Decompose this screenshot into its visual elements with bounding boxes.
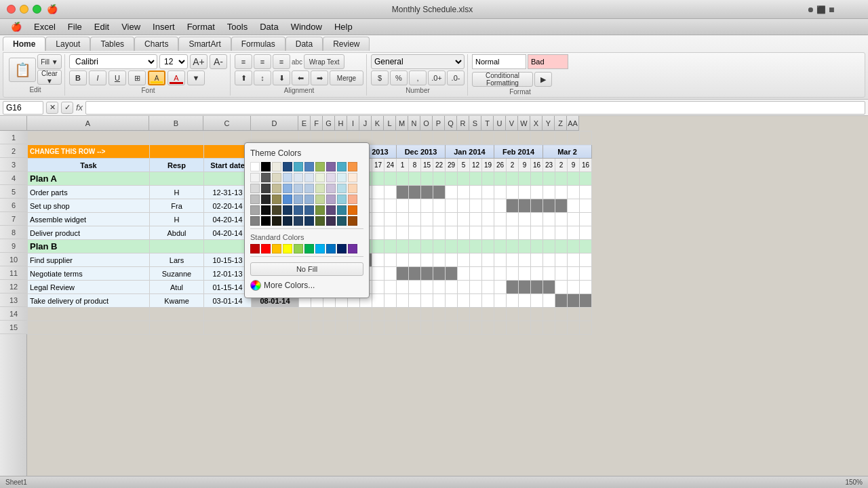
wrap-text-button[interactable]: Wrap Text xyxy=(304,54,344,69)
col-header-E[interactable]: E xyxy=(298,116,311,131)
cell[interactable] xyxy=(421,321,433,335)
color-swatch[interactable] xyxy=(283,195,292,204)
cell[interactable] xyxy=(543,267,555,281)
col-header-K[interactable]: K xyxy=(372,116,384,131)
cell[interactable] xyxy=(568,253,580,267)
cell[interactable] xyxy=(150,131,204,145)
cell[interactable] xyxy=(421,199,433,213)
cell[interactable] xyxy=(531,253,543,267)
cell[interactable] xyxy=(470,186,482,199)
cell[interactable] xyxy=(458,199,470,213)
cell[interactable] xyxy=(580,253,592,267)
cell[interactable]: Set up shop xyxy=(28,199,150,213)
color-swatch[interactable] xyxy=(304,216,314,226)
color-swatch[interactable] xyxy=(326,205,336,215)
color-swatch[interactable] xyxy=(348,216,357,226)
cell[interactable] xyxy=(507,226,519,240)
cell[interactable] xyxy=(519,226,531,240)
col-header-M[interactable]: M xyxy=(396,116,408,131)
cell[interactable] xyxy=(543,226,555,240)
menu-view[interactable]: View xyxy=(116,20,146,33)
font-grow-button[interactable]: A+ xyxy=(190,54,208,69)
color-swatch[interactable] xyxy=(326,216,336,226)
color-swatch[interactable] xyxy=(272,173,281,182)
cell[interactable] xyxy=(531,186,543,199)
cell[interactable] xyxy=(494,131,507,145)
cell[interactable] xyxy=(458,281,470,294)
cell[interactable]: Suzanne xyxy=(150,267,204,281)
cell[interactable] xyxy=(580,240,592,253)
col-header-P[interactable]: P xyxy=(433,116,445,131)
standard-color-swatch[interactable] xyxy=(337,244,347,253)
cell[interactable] xyxy=(458,294,470,308)
clear-button[interactable]: Clear ▼ xyxy=(37,70,62,85)
no-fill-button[interactable]: No Fill xyxy=(250,262,363,276)
color-swatch[interactable] xyxy=(272,184,281,193)
row-header-15[interactable]: 15 xyxy=(0,321,27,334)
cell[interactable] xyxy=(409,267,421,281)
color-swatch[interactable] xyxy=(315,205,325,215)
cell[interactable] xyxy=(446,267,458,281)
cell[interactable] xyxy=(458,172,470,186)
cell[interactable] xyxy=(421,281,433,294)
standard-color-swatch[interactable] xyxy=(315,244,325,253)
bad-style[interactable]: Bad xyxy=(528,54,568,69)
cell[interactable] xyxy=(372,131,384,145)
close-button[interactable] xyxy=(7,5,16,14)
cell[interactable] xyxy=(150,145,204,159)
row-header-11[interactable]: 11 xyxy=(0,266,27,280)
cell[interactable] xyxy=(555,226,568,240)
cell[interactable] xyxy=(458,226,470,240)
cell[interactable] xyxy=(531,172,543,186)
sheet-tab[interactable]: Sheet1 xyxy=(5,479,27,486)
cell[interactable] xyxy=(568,213,580,226)
cell[interactable] xyxy=(568,321,580,335)
cell[interactable] xyxy=(470,267,482,281)
cell[interactable] xyxy=(555,186,568,199)
cell[interactable]: 2 xyxy=(555,159,568,172)
cell[interactable] xyxy=(543,308,555,321)
color-swatch[interactable] xyxy=(250,184,260,193)
borders-button[interactable]: ⊞ xyxy=(128,70,146,85)
cell[interactable] xyxy=(446,226,458,240)
tab-tables[interactable]: Tables xyxy=(90,37,134,51)
menu-edit[interactable]: Edit xyxy=(89,20,115,33)
row-header-13[interactable]: 13 xyxy=(0,293,27,307)
cell[interactable]: 15 xyxy=(421,159,433,172)
cell[interactable] xyxy=(384,131,397,145)
cell[interactable] xyxy=(433,213,446,226)
cell[interactable] xyxy=(580,294,592,308)
cell[interactable] xyxy=(494,253,507,267)
col-header-B[interactable]: B xyxy=(149,116,203,131)
more-colors-row[interactable]: More Colors... xyxy=(250,279,363,292)
col-header-C[interactable]: C xyxy=(203,116,251,131)
cell[interactable] xyxy=(360,308,372,321)
cell[interactable] xyxy=(446,172,458,186)
cell[interactable] xyxy=(543,240,555,253)
cell[interactable] xyxy=(580,131,592,145)
comma-button[interactable]: , xyxy=(409,70,427,85)
color-swatch[interactable] xyxy=(294,195,303,204)
col-header-O[interactable]: O xyxy=(420,116,433,131)
cell[interactable]: Lars xyxy=(150,253,204,267)
cell[interactable]: 5 xyxy=(458,159,470,172)
cell[interactable] xyxy=(568,199,580,213)
cell[interactable] xyxy=(311,321,323,335)
cell[interactable] xyxy=(519,294,531,308)
col-header-Y[interactable]: Y xyxy=(542,116,555,131)
cell[interactable] xyxy=(409,199,421,213)
cell[interactable] xyxy=(568,131,580,145)
cell[interactable] xyxy=(421,240,433,253)
number-format-select[interactable]: General xyxy=(371,54,465,69)
standard-color-swatch[interactable] xyxy=(272,244,281,253)
cell[interactable]: Kwame xyxy=(150,294,204,308)
cell[interactable] xyxy=(494,267,507,281)
cell[interactable] xyxy=(482,172,494,186)
tab-formulas[interactable]: Formulas xyxy=(231,37,285,51)
cell[interactable] xyxy=(494,281,507,294)
cell[interactable] xyxy=(421,131,433,145)
cell[interactable] xyxy=(204,308,252,321)
cell[interactable] xyxy=(421,172,433,186)
cell[interactable] xyxy=(531,308,543,321)
cell[interactable]: H xyxy=(150,186,204,199)
